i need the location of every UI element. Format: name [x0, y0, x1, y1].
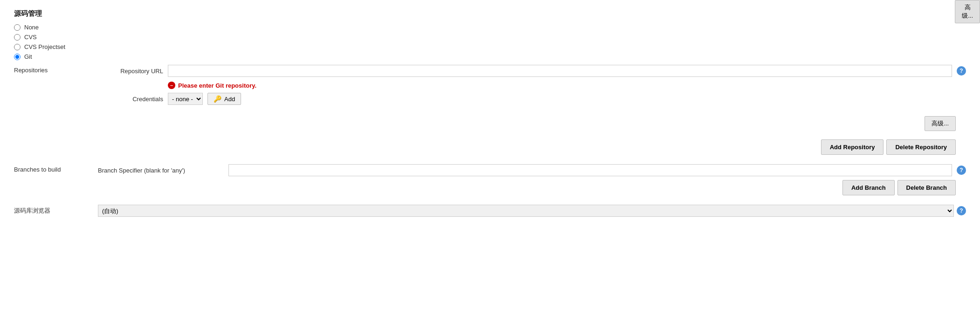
add-credentials-button[interactable]: 🔑 Add	[207, 93, 241, 105]
radio-cvs[interactable]: CVS	[14, 34, 966, 41]
browser-help-icon[interactable]: ?	[957, 206, 966, 215]
advanced-btn-row: 高级...	[98, 116, 966, 131]
radio-git[interactable]: Git	[14, 53, 966, 60]
branch-specifier-input[interactable]	[228, 164, 952, 176]
error-icon: –	[168, 82, 175, 89]
radio-none-input[interactable]	[14, 24, 21, 31]
radio-cvs-projectset-label: CVS Projectset	[24, 43, 65, 50]
radio-none[interactable]: None	[14, 24, 966, 31]
branches-label: Branches to build	[14, 164, 98, 195]
radio-cvs-input[interactable]	[14, 34, 21, 41]
radio-none-label: None	[24, 24, 39, 31]
add-branch-button[interactable]: Add Branch	[842, 180, 895, 195]
repository-url-input[interactable]	[168, 65, 952, 77]
repositories-section: Repositories Repository URL ? – Please e…	[14, 65, 966, 155]
credentials-row: Credentials - none - 🔑 Add	[98, 93, 966, 105]
radio-cvs-projectset[interactable]: CVS Projectset	[14, 43, 966, 50]
repository-url-row: Repository URL ?	[98, 65, 966, 77]
advanced-button[interactable]: 高级...	[925, 116, 956, 131]
delete-repository-button[interactable]: Delete Repository	[886, 139, 956, 155]
repo-buttons-row: Add Repository Delete Repository	[98, 139, 966, 155]
branch-specifier-row: Branch Specifier (blank for 'any') ?	[98, 164, 966, 176]
scm-radio-group: None CVS CVS Projectset Git	[14, 24, 966, 60]
browser-label: 源码库浏览器	[14, 207, 98, 215]
credentials-label: Credentials	[98, 96, 163, 103]
credentials-select[interactable]: - none -	[168, 93, 203, 105]
radio-git-label: Git	[24, 53, 32, 60]
top-advanced-button[interactable]: 高级...	[955, 0, 980, 23]
repo-fields: Repository URL ? – Please enter Git repo…	[98, 65, 966, 155]
branches-section: Branches to build Branch Specifier (blan…	[14, 164, 966, 195]
branches-fields: Branch Specifier (blank for 'any') ? Add…	[98, 164, 966, 195]
browser-select[interactable]: (自动)	[98, 205, 954, 217]
add-repository-button[interactable]: Add Repository	[821, 139, 884, 155]
add-credentials-icon: 🔑	[214, 95, 221, 103]
add-credentials-label: Add	[224, 96, 235, 103]
repo-url-label: Repository URL	[98, 68, 163, 75]
delete-branch-button[interactable]: Delete Branch	[897, 180, 956, 195]
repositories-label: Repositories	[14, 65, 98, 155]
error-message-row: – Please enter Git repository.	[168, 82, 966, 89]
browser-section: 源码库浏览器 (自动) ?	[14, 205, 966, 217]
branch-specifier-label: Branch Specifier (blank for 'any')	[98, 167, 224, 174]
section-title: 源码管理	[14, 9, 966, 18]
radio-cvs-projectset-input[interactable]	[14, 44, 21, 50]
repo-url-help-icon[interactable]: ?	[957, 66, 966, 76]
branch-specifier-help-icon[interactable]: ?	[957, 166, 966, 175]
page-wrapper: 高级... 源码管理 None CVS CVS Projectset Git	[0, 0, 980, 318]
error-text: Please enter Git repository.	[178, 82, 256, 89]
radio-cvs-label: CVS	[24, 34, 37, 41]
branch-buttons-row: Add Branch Delete Branch	[98, 180, 966, 195]
radio-git-input[interactable]	[14, 54, 21, 60]
